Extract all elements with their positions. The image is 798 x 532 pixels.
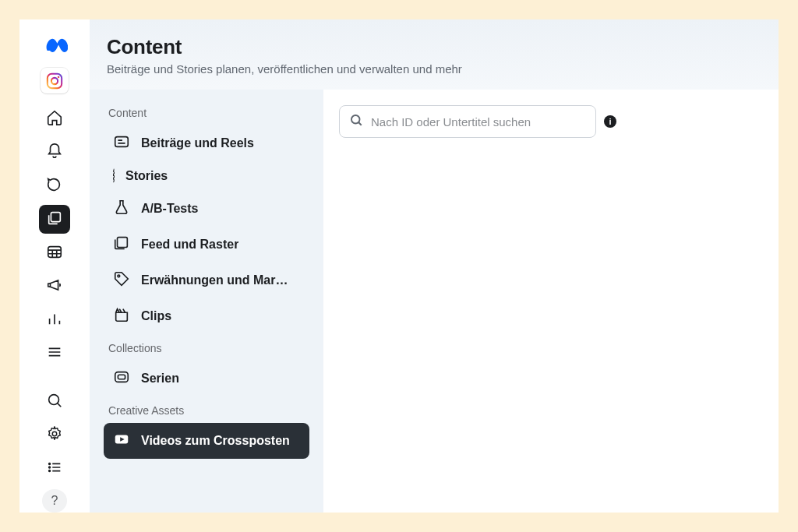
subnav-item-label: A/B-Tests [141,202,199,216]
nav-all-tools[interactable] [39,339,70,368]
clapper-icon [113,306,130,326]
calendar-grid-icon [46,243,63,263]
search-row: i [339,105,763,138]
meta-logo[interactable] [41,33,68,60]
subnav-ab-tests[interactable]: A/B-Tests [104,191,309,227]
search-input[interactable] [371,115,586,129]
flask-icon [113,199,130,219]
subnav-item-label: Clips [141,309,171,323]
bell-icon [46,143,63,163]
main-panel: Content Beiträge und Stories planen, ver… [90,19,779,513]
svg-rect-14 [118,375,125,379]
nav-notifications[interactable] [39,138,70,167]
search-icon [349,113,363,130]
subnav-stories[interactable]: Stories [104,161,309,191]
tag-icon [113,270,130,291]
list-icon [46,459,63,479]
help-label: ? [51,494,58,508]
group-label-collections: Collections [108,342,309,354]
chat-icon [46,176,63,196]
search-box[interactable] [339,105,596,138]
menu-icon [46,344,63,364]
group-label-content: Content [108,107,309,119]
search-icon [46,392,63,412]
subnav-clips[interactable]: Clips [104,298,309,334]
bar-chart-icon [46,310,63,330]
subnav-crosspost-videos[interactable]: Videos zum Crossposten [104,423,309,459]
svg-rect-10 [115,137,129,147]
nav-planner[interactable] [39,238,70,267]
svg-point-8 [49,467,51,468]
group-label-creative-assets: Creative Assets [108,404,309,417]
video-play-icon [113,431,130,451]
left-icon-rail: ? [19,19,90,513]
content-area: i [323,90,779,513]
content-stack-icon [46,210,63,230]
svg-point-7 [49,463,51,464]
subnav-item-label: Beiträge und Reels [141,136,254,150]
content-subnav: Content Beiträge und Reels Stories A/B-T… [90,90,323,513]
gear-icon [46,425,63,446]
svg-point-2 [58,76,60,78]
nav-ads[interactable] [39,272,70,301]
svg-rect-13 [115,372,129,382]
page-header: Content Beiträge und Stories planen, ver… [90,19,779,90]
subnav-posts-reels[interactable]: Beiträge und Reels [104,125,309,161]
feed-grid-icon [113,234,130,255]
subnav-item-label: Stories [125,169,168,183]
subnav-mentions-tags[interactable]: Erwähnungen und Mar… [104,262,309,298]
svg-point-16 [351,115,360,124]
nav-help[interactable]: ? [42,489,67,513]
tv-icon [113,368,130,389]
lower-split: Content Beiträge und Reels Stories A/B-T… [90,90,779,513]
nav-content[interactable] [39,205,70,234]
nav-home[interactable] [39,104,70,133]
info-icon[interactable]: i [604,115,616,128]
nav-settings[interactable] [39,421,70,449]
page-subtitle: Beiträge und Stories planen, veröffentli… [107,62,779,76]
nav-search[interactable] [39,387,70,416]
nav-task-list[interactable] [39,454,70,483]
nav-inbox[interactable] [39,171,70,200]
megaphone-icon [46,277,63,297]
subnav-item-label: Erwähnungen und Mar… [141,273,288,287]
post-icon [113,133,130,153]
subnav-feed-grid[interactable]: Feed und Raster [104,227,309,262]
svg-point-1 [51,78,58,84]
subnav-series[interactable]: Serien [104,361,309,396]
svg-rect-11 [118,238,128,248]
svg-point-9 [49,470,51,472]
subnav-item-label: Feed und Raster [141,238,238,252]
nav-insights[interactable] [39,305,70,334]
stories-icon [113,169,115,183]
subnav-item-label: Videos zum Crossposten [141,434,290,448]
svg-rect-3 [51,213,60,222]
svg-point-5 [49,395,59,405]
svg-point-6 [52,432,57,436]
svg-point-12 [118,275,120,277]
svg-rect-4 [48,246,62,257]
subnav-item-label: Serien [141,372,179,386]
page-title: Content [107,35,779,59]
svg-rect-0 [48,73,62,87]
instagram-app-icon[interactable] [41,68,69,93]
app-frame: ? Content Beiträge und Stories planen, v… [19,19,779,513]
home-icon [46,109,63,129]
